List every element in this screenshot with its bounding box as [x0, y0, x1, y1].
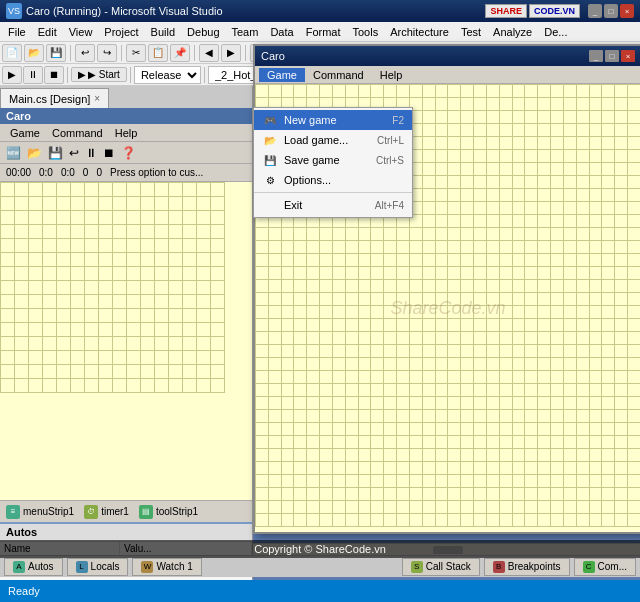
- exit-icon: [262, 198, 278, 212]
- inner-tb-help[interactable]: ❓: [119, 146, 138, 160]
- options-label: Options...: [284, 174, 398, 186]
- options-icon: ⚙: [262, 173, 278, 187]
- tab-main-cs[interactable]: Main.cs [Design] ×: [0, 88, 109, 108]
- minimize-button[interactable]: _: [588, 4, 602, 18]
- menu-project[interactable]: Project: [98, 24, 144, 40]
- inner-tb-stop[interactable]: ⏹: [101, 146, 117, 160]
- game-menu-help[interactable]: Help: [372, 68, 411, 82]
- status-val2: 0: [96, 167, 102, 178]
- menu-format[interactable]: Format: [300, 24, 347, 40]
- menu-test[interactable]: Test: [455, 24, 487, 40]
- main-menu-bar: File Edit View Project Build Debug Team …: [0, 22, 640, 42]
- new-file-button[interactable]: 📄: [2, 44, 22, 62]
- breakpoints-tab-label: Breakpoints: [508, 561, 561, 572]
- title-text: Caro (Running) - Microsoft Visual Studio: [26, 5, 485, 17]
- start-button[interactable]: ▶ ▶ Start: [71, 67, 127, 82]
- menu-tools[interactable]: Tools: [347, 24, 385, 40]
- menu-file[interactable]: File: [2, 24, 32, 40]
- debug-btn-1[interactable]: ▶: [2, 66, 22, 84]
- redo-button[interactable]: ↪: [97, 44, 117, 62]
- copyright-text: Copyright © ShareCode.vn: [254, 543, 386, 555]
- com-tab-icon: C: [583, 561, 595, 573]
- status-bar: Ready: [0, 580, 640, 602]
- tab-watch1[interactable]: W Watch 1: [132, 558, 201, 576]
- sep-d2: [130, 67, 131, 83]
- tab-autos[interactable]: A Autos: [4, 558, 63, 576]
- game-minimize-button[interactable]: _: [589, 50, 603, 62]
- components-bar: ≡ menuStrip1 ⏱ timer1 ▤ toolStrip1: [0, 500, 252, 522]
- menu-de[interactable]: De...: [538, 24, 573, 40]
- menu-save-game[interactable]: 💾 Save game Ctrl+S: [254, 150, 412, 170]
- menu-new-game[interactable]: 🎮 New game F2: [254, 110, 412, 130]
- inner-tb-undo[interactable]: ↩: [67, 146, 81, 160]
- menu-load-game[interactable]: 📂 Load game... Ctrl+L: [254, 130, 412, 150]
- game-close-button[interactable]: ×: [621, 50, 635, 62]
- status-score1: 0:0: [39, 167, 53, 178]
- inner-menu-command[interactable]: Command: [46, 126, 109, 140]
- vs-icon: VS: [6, 3, 22, 19]
- tab-com[interactable]: C Com...: [574, 558, 636, 576]
- menu-view[interactable]: View: [63, 24, 99, 40]
- nav-forward-button[interactable]: ▶: [221, 44, 241, 62]
- menu-options[interactable]: ⚙ Options...: [254, 170, 412, 190]
- inner-tb-pause[interactable]: ⏸: [83, 146, 99, 160]
- game-menu-command[interactable]: Command: [305, 68, 372, 82]
- menu-edit[interactable]: Edit: [32, 24, 63, 40]
- menu-architecture[interactable]: Architecture: [384, 24, 455, 40]
- watch1-tab-icon: W: [141, 561, 153, 573]
- cut-button[interactable]: ✂: [126, 44, 146, 62]
- timer-label: timer1: [101, 506, 129, 517]
- debug-btn-3[interactable]: ⏹: [44, 66, 64, 84]
- load-game-label: Load game...: [284, 134, 371, 146]
- logo-vn: CODE.VN: [529, 4, 580, 18]
- menu-team[interactable]: Team: [226, 24, 265, 40]
- exit-label: Exit: [284, 199, 369, 211]
- game-window-controls: _ □ ×: [589, 50, 635, 62]
- close-button[interactable]: ×: [620, 4, 634, 18]
- autos-tab-icon: A: [13, 561, 25, 573]
- game-menu-game[interactable]: Game: [259, 68, 305, 82]
- save-button[interactable]: 💾: [46, 44, 66, 62]
- window-controls: _ □ ×: [588, 4, 634, 18]
- menu-analyze[interactable]: Analyze: [487, 24, 538, 40]
- tab-close-icon[interactable]: ×: [94, 93, 100, 104]
- menu-exit[interactable]: Exit Alt+F4: [254, 195, 412, 215]
- menu-debug[interactable]: Debug: [181, 24, 225, 40]
- status-message: Press option to cus...: [110, 167, 203, 178]
- maximize-button[interactable]: □: [604, 4, 618, 18]
- start-icon: ▶: [78, 69, 86, 80]
- inner-status-bar: 00:00 0:0 0:0 0 0 Press option to cus...: [0, 164, 252, 182]
- watch1-tab-label: Watch 1: [156, 561, 192, 572]
- inner-game-title: Caro: [0, 108, 252, 124]
- copy-button[interactable]: 📋: [148, 44, 168, 62]
- game-title-text: Caro: [261, 50, 589, 62]
- nav-back-button[interactable]: ◀: [199, 44, 219, 62]
- menustrip-icon: ≡: [6, 505, 20, 519]
- inner-tb-save[interactable]: 💾: [46, 146, 65, 160]
- locals-tab-label: Locals: [91, 561, 120, 572]
- menu-build[interactable]: Build: [145, 24, 181, 40]
- undo-button[interactable]: ↩: [75, 44, 95, 62]
- inner-menu-game[interactable]: Game: [4, 126, 46, 140]
- tab-call-stack[interactable]: S Call Stack: [402, 558, 480, 576]
- menu-data[interactable]: Data: [264, 24, 299, 40]
- start-label: ▶ Start: [88, 69, 120, 80]
- game-maximize-button[interactable]: □: [605, 50, 619, 62]
- config-dropdown[interactable]: Release Debug: [134, 66, 201, 84]
- tab-locals[interactable]: L Locals: [67, 558, 129, 576]
- status-val1: 0: [83, 167, 89, 178]
- title-bar: VS Caro (Running) - Microsoft Visual Stu…: [0, 0, 640, 22]
- inner-tb-open[interactable]: 📂: [25, 146, 44, 160]
- open-file-button[interactable]: 📂: [24, 44, 44, 62]
- inner-menu-help[interactable]: Help: [109, 126, 144, 140]
- paste-button[interactable]: 📌: [170, 44, 190, 62]
- inner-tb-new[interactable]: 🆕: [4, 146, 23, 160]
- status-score2: 0:0: [61, 167, 75, 178]
- sep-d3: [204, 67, 205, 83]
- tab-breakpoints[interactable]: B Breakpoints: [484, 558, 570, 576]
- save-game-icon: 💾: [262, 153, 278, 167]
- debug-btn-2[interactable]: ⏸: [23, 66, 43, 84]
- separator-1: [70, 45, 71, 61]
- exit-shortcut: Alt+F4: [375, 200, 404, 211]
- load-game-shortcut: Ctrl+L: [377, 135, 404, 146]
